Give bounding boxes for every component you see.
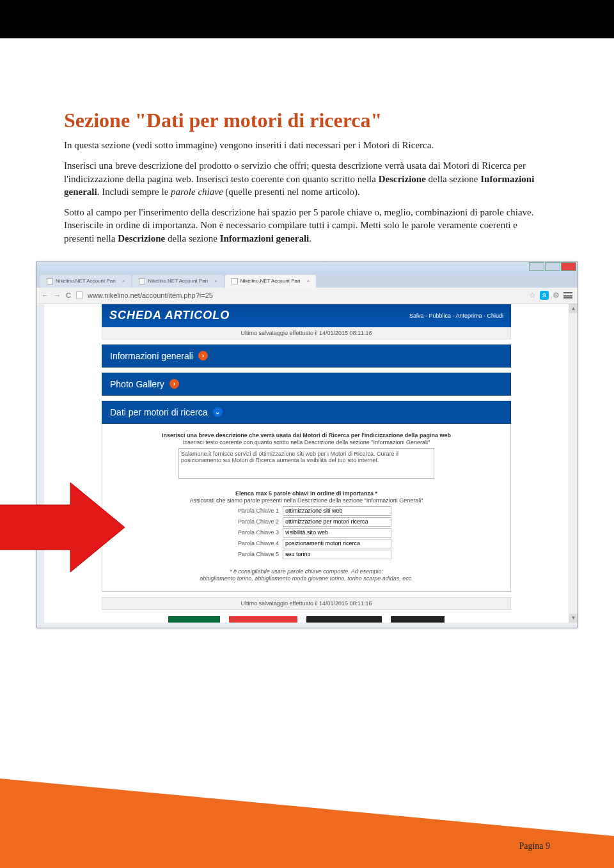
skype-icon[interactable]: S	[540, 291, 549, 300]
browser-tab-active[interactable]: Nikelino.NET Account Pan×	[225, 275, 316, 288]
tab-close-icon[interactable]: ×	[214, 278, 217, 284]
p3-d: Informazioni generali	[220, 233, 310, 244]
section-body: Inserisci una breve descrizione che verr…	[102, 424, 511, 593]
red-arrow-icon	[0, 479, 128, 588]
document-text: Sezione "Dati per motori di ricerca" In …	[0, 38, 614, 245]
orange-corner-decoration	[0, 779, 614, 868]
section-dati-motori-ricerca[interactable]: Dati per motori di ricerca ⌄	[102, 401, 511, 424]
vertical-scrollbar[interactable]: ▲ ▼	[569, 304, 578, 623]
p2-g: (quelle presenti nel nome articolo).	[223, 187, 360, 197]
bookmark-star-icon[interactable]: ☆	[529, 291, 536, 300]
page-icon	[47, 278, 53, 284]
browser-tab[interactable]: Nikelino.NET Account Pan×	[132, 275, 223, 288]
doc-para-3: Sotto al campo per l'inserimento della d…	[64, 206, 550, 245]
description-textarea[interactable]	[178, 448, 434, 479]
tab-label: Nikelino.NET Account Pan	[56, 278, 116, 284]
section-informazioni-generali[interactable]: Informazioni generali ›	[102, 345, 511, 368]
p2-e: . Includi sempre le	[97, 187, 171, 197]
doc-para-2: Inserisci una breve descrizione del prod…	[64, 159, 550, 198]
doc-para-1: In questa sezione (vedi sotto immagine) …	[64, 139, 550, 151]
nav-forward-icon[interactable]: →	[54, 291, 61, 299]
keywords-block: Elenca max 5 parole chiavi in ordine di …	[111, 490, 501, 559]
keyword-input-4[interactable]	[283, 539, 391, 548]
section-label: Informazioni generali	[110, 351, 193, 361]
doc-heading: Sezione "Dati per motori di ricerca"	[64, 109, 550, 132]
salva-button[interactable]: SALVA	[168, 616, 220, 623]
pubblica-button[interactable]: PUBBLICA	[229, 616, 297, 623]
browser-tabs: Nikelino.NET Account Pan× Nikelino.NET A…	[36, 273, 578, 288]
url-field[interactable]: www.nikelino.net/account/item.php?i=25	[88, 291, 524, 299]
kw-subheading: Assicurati che siamo parole presenti nel…	[111, 497, 501, 504]
keyword-row: Parola Chiave 5	[111, 550, 501, 559]
p2-b: Descrizione	[379, 174, 426, 184]
tab-label: Nikelino.NET Account Pan	[148, 278, 208, 284]
page-icon	[232, 278, 238, 284]
keyword-row: Parola Chiave 1	[111, 506, 501, 516]
reload-icon[interactable]: C	[66, 291, 71, 299]
p3-c: della sezione	[165, 233, 219, 244]
addr-right-icons: ☆ S ⚙	[529, 291, 572, 300]
last-save-strip: Ultimo salvataggio effettuato il 14/01/2…	[102, 327, 511, 339]
anteprima-button[interactable]: ANTEPRIMA	[306, 616, 382, 623]
browser-tab[interactable]: Nikelino.NET Account Pan×	[40, 275, 131, 288]
page-number: Pagina 9	[519, 841, 550, 851]
window-close-icon[interactable]	[561, 262, 576, 271]
keyword-input-3[interactable]	[283, 528, 391, 538]
chevron-down-icon: ⌄	[213, 407, 223, 417]
header-links[interactable]: Salva - Pubblica - Anteprima - Chiudi	[409, 313, 503, 319]
chevron-right-icon: ›	[169, 379, 179, 389]
p3-e: .	[309, 233, 311, 244]
keyword-input-1[interactable]	[283, 506, 391, 516]
section-photo-gallery[interactable]: Photo Gallery ›	[102, 373, 511, 396]
chevron-right-icon: ›	[198, 351, 208, 360]
action-buttons-row: SALVA PUBBLICA ANTEPRIMA CHIUDI	[102, 616, 511, 623]
page-icon	[76, 291, 83, 299]
window-titlebar	[36, 261, 578, 273]
kw-label: Parola Chiave 4	[221, 540, 279, 546]
page: Sezione "Dati per motori di ricerca" In …	[0, 0, 614, 868]
footnote-line-1: * è consigliabile usare parole chiave co…	[111, 568, 501, 575]
kw-label: Parola Chiave 3	[221, 529, 279, 536]
tab-close-icon[interactable]: ×	[306, 278, 310, 284]
section-label: Dati per motori di ricerca	[110, 407, 208, 417]
kw-heading: Elenca max 5 parole chiavi in ordine di …	[111, 490, 501, 497]
svg-marker-1	[0, 779, 614, 868]
scheda-articolo-panel: SCHEDA ARTICOLO Salva - Pubblica - Antep…	[102, 304, 511, 623]
p2-f: parole chiave	[171, 187, 223, 197]
tab-close-icon[interactable]: ×	[122, 278, 125, 284]
keyword-row: Parola Chiave 3	[111, 528, 501, 538]
kw-label: Parola Chiave 2	[221, 518, 279, 525]
window-maximize-icon[interactable]	[545, 262, 560, 271]
footnote-line-2: abbigliamento torino, abbigliamento moda…	[111, 575, 501, 582]
settings-gear-icon[interactable]: ⚙	[553, 291, 560, 300]
nav-back-icon[interactable]: ←	[42, 291, 49, 299]
kw-label: Parola Chiave 1	[221, 508, 279, 514]
last-save-strip-bottom: Ultimo salvataggio effettuato il 14/01/2…	[102, 597, 511, 610]
panel-title: SCHEDA ARTICOLO	[109, 309, 230, 322]
top-black-bar	[0, 0, 614, 38]
window-minimize-icon[interactable]	[529, 262, 544, 271]
address-bar: ← → C www.nikelino.net/account/item.php?…	[36, 288, 578, 304]
keyword-row: Parola Chiave 4	[111, 539, 501, 548]
panel-header: SCHEDA ARTICOLO Salva - Pubblica - Antep…	[102, 304, 511, 327]
desc-subheading: Inserisci testo coerente con quanto scri…	[111, 439, 501, 446]
tab-label: Nikelino.NET Account Pan	[240, 278, 301, 284]
page-icon	[139, 278, 145, 284]
svg-marker-0	[0, 483, 125, 572]
scroll-up-icon[interactable]: ▲	[569, 304, 578, 313]
keyword-input-2[interactable]	[283, 517, 391, 527]
desc-heading: Inserisci una breve descrizione che verr…	[111, 432, 501, 438]
section-label: Photo Gallery	[110, 379, 164, 389]
keyword-input-5[interactable]	[283, 550, 391, 559]
footnote: * è consigliabile usare parole chiave co…	[111, 568, 501, 583]
menu-icon[interactable]	[563, 292, 572, 298]
window-controls	[529, 262, 576, 271]
p2-c: della sezione	[426, 174, 480, 184]
scroll-down-icon[interactable]: ▼	[569, 614, 578, 623]
kw-label: Parola Chiave 5	[221, 551, 279, 557]
p3-b: Descrizione	[118, 233, 165, 244]
chiudi-button[interactable]: CHIUDI	[391, 616, 445, 623]
keyword-row: Parola Chiave 2	[111, 517, 501, 527]
